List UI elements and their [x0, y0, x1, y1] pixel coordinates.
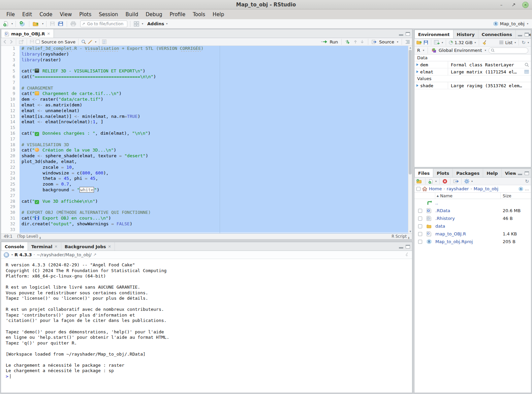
menu-plots[interactable]: Plots [75, 10, 95, 19]
clear-environment-broom-icon[interactable] [482, 40, 487, 45]
title-bar[interactable]: Map_to_obj - RStudio – ✕ [0, 0, 532, 9]
filetype-selector[interactable]: R Script▲▼ [392, 234, 409, 239]
r-logo-icon[interactable]: R [4, 252, 9, 258]
file-link[interactable]: .RData [435, 208, 450, 213]
tab-console[interactable]: Console [1, 242, 28, 251]
maximize-pane-icon[interactable] [406, 32, 410, 36]
code-line[interactable]: 2library(rayshader) [1, 52, 412, 57]
tab-files[interactable]: Files [414, 169, 433, 177]
tab-connections[interactable]: Connections [478, 30, 516, 39]
code-line[interactable]: 23 windowsize = c(800, 600), [1, 170, 412, 176]
memory-usage[interactable]: 1.32 GiB [455, 40, 473, 45]
list-view-selector[interactable]: List [505, 40, 512, 45]
file-checkbox[interactable] [418, 240, 422, 244]
close-tab-icon[interactable]: ✕ [47, 32, 50, 36]
code-line[interactable]: 22 zscale = 10, [1, 165, 412, 170]
code-line[interactable]: 1# relief_3d_complet.R - Visualisation +… [1, 46, 412, 52]
tab-background-jobs[interactable]: Background Jobs✕ [61, 242, 115, 251]
code-line[interactable]: 26 background = "white") [1, 187, 412, 193]
code-line[interactable]: 7 [1, 80, 412, 86]
tab-map-to-obj-r[interactable]: R map_to_OBJ.R ✕ [1, 29, 54, 38]
environment-object-row[interactable]: shadeLarge rayimg (3513762 elem… [414, 82, 531, 89]
code-line[interactable]: 19cat(" Création de la vue 3D...\n") [1, 147, 412, 153]
source-button[interactable]: Source [379, 39, 394, 44]
save-file-icon[interactable] [30, 39, 34, 44]
load-workspace-icon[interactable] [416, 40, 422, 45]
file-checkbox[interactable] [418, 232, 422, 236]
breadcrumb-map-to-obj[interactable]: Map_to_obj [474, 186, 498, 191]
rerun-icon[interactable] [345, 40, 351, 44]
menu-file[interactable]: File [3, 10, 19, 19]
panes-layout-button[interactable] [133, 20, 140, 28]
menu-code[interactable]: Code [36, 10, 56, 19]
compile-report-icon[interactable] [102, 39, 106, 44]
code-line[interactable]: 16cat(" Données chargées : ", dim(elmat)… [1, 131, 412, 136]
panes-layout-dropdown[interactable]: ▾ [142, 22, 143, 25]
save-button[interactable] [49, 20, 56, 28]
magnifier-icon[interactable] [525, 63, 529, 67]
checkbox-icon[interactable] [36, 40, 40, 44]
goto-file-search[interactable] [80, 21, 127, 27]
code-line[interactable]: 29 [1, 204, 412, 210]
addins-dropdown[interactable]: ▾ [166, 22, 167, 25]
code-line[interactable]: 33 [1, 227, 412, 233]
new-project-button[interactable] [19, 20, 26, 28]
code-line[interactable]: 11elmat <- as.matrix(dem) [1, 102, 412, 108]
home-icon[interactable] [422, 187, 427, 191]
scope-selector[interactable]: (Top Level)▲▼ [17, 234, 41, 239]
close-icon[interactable]: ✕ [522, 2, 529, 8]
scroll-down-icon[interactable]: ▼ [408, 230, 412, 233]
open-file-dropdown[interactable]: ▾ [42, 22, 43, 25]
environment-object-row[interactable]: elmatLarge matrix (1171254 el… [414, 68, 531, 75]
minimize-pane-icon[interactable] [518, 35, 522, 36]
file-link[interactable]: .Rhistory [435, 216, 455, 221]
maximize-pane-icon[interactable] [525, 33, 529, 36]
menu-debug[interactable]: Debug [142, 10, 166, 19]
import-dataset-icon[interactable] [434, 40, 440, 45]
back-icon[interactable] [3, 40, 7, 44]
open-file-button[interactable] [32, 20, 40, 28]
code-tools-wand-icon[interactable] [88, 39, 93, 44]
minimize-icon[interactable]: – [498, 1, 505, 8]
maximize-pane-icon[interactable] [406, 245, 410, 249]
more-dropdown[interactable]: ▾ [471, 180, 473, 183]
code-line[interactable]: 12elmat <- unname(elmat) [1, 108, 412, 114]
more-gear-icon[interactable] [464, 179, 469, 184]
environment-search[interactable] [489, 47, 528, 54]
tab-help[interactable]: Help [483, 169, 501, 177]
code-line[interactable]: 18# VISUALISATION 3D [1, 142, 412, 148]
editor-scrollbar[interactable]: ▲ ▼ [408, 46, 412, 233]
code-line[interactable]: 32dir.create("output", showWarnings = FA… [1, 221, 412, 227]
new-file-button[interactable] [2, 20, 9, 28]
breadcrumb-home[interactable]: Home [429, 186, 442, 191]
code-line[interactable]: 27 [1, 193, 412, 199]
source-dropdown[interactable]: ▾ [397, 40, 398, 43]
open-dir-icon[interactable]: ↗ [93, 253, 96, 257]
sort-by-size[interactable]: Size [501, 193, 531, 198]
expand-object-icon[interactable] [416, 70, 418, 73]
r-version-dropdown[interactable]: ▾ [11, 253, 13, 256]
expand-object-icon[interactable] [416, 63, 418, 66]
scrollbar-thumb[interactable] [409, 50, 412, 174]
menu-profile[interactable]: Profile [166, 10, 189, 19]
project-chooser[interactable]: R Map_to_obj ▾ [493, 21, 530, 26]
breadcrumb-rayshader[interactable]: rayshader [447, 186, 469, 191]
go-to-previous-icon[interactable] [353, 39, 358, 44]
code-line[interactable]: 13elmat[is.na(elmat)] <- min(elmat, na.r… [1, 114, 412, 120]
source-on-save-checkbox[interactable]: Source on Save [36, 39, 75, 44]
file-checkbox[interactable] [418, 217, 422, 221]
print-button[interactable] [70, 20, 77, 28]
menu-tools[interactable]: Tools [189, 10, 209, 19]
rename-file-icon[interactable] [453, 179, 459, 184]
file-link[interactable]: map_to_OBJ.R [435, 231, 466, 236]
list-view-dropdown[interactable]: ▾ [514, 41, 516, 44]
scope-dropdown[interactable]: ▾ [485, 49, 486, 52]
goto-file-input[interactable] [87, 22, 125, 26]
minimize-pane-icon[interactable] [518, 174, 522, 175]
file-checkbox[interactable] [418, 209, 422, 213]
code-line[interactable]: 25 zoom = 0.7, [1, 182, 412, 187]
menu-build[interactable]: Build [122, 10, 142, 19]
clear-console-icon[interactable] [404, 252, 409, 257]
code-line[interactable]: 6cat("==================================… [1, 74, 412, 80]
restore-icon[interactable] [510, 1, 517, 8]
